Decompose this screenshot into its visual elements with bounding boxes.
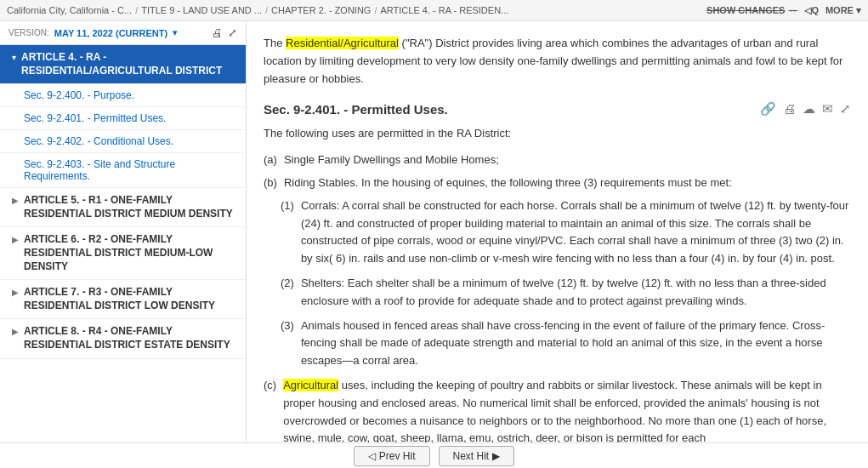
sidebar-subitem-403[interactable]: Sec. 9-2.403. - Site and Structure Requi… — [0, 153, 246, 188]
section-header: Sec. 9-2.401. - Permitted Uses. 🔗 🖨 ☁ ✉ … — [264, 101, 851, 117]
changes-icon: ↔ — [788, 5, 797, 15]
sidebar: VERSION: MAY 11, 2022 (CURRENT) ▾ 🖨 ⤢ ▾ … — [0, 21, 247, 468]
sub-list-item-2: (2) Shelters: Each shelter shall be a mi… — [281, 275, 851, 311]
article5-toggle: ▶ — [12, 196, 19, 205]
next-hit-button[interactable]: Next Hit ▶ — [439, 446, 514, 466]
version-bar: VERSION: MAY 11, 2022 (CURRENT) ▾ 🖨 ⤢ — [0, 21, 246, 45]
article8-toggle: ▶ — [12, 327, 19, 336]
sub-item-3-label: (3) — [281, 317, 294, 370]
expand-icon[interactable]: ⤢ — [228, 26, 237, 39]
bottom-nav: ◁ Prev Hit Next Hit ▶ — [0, 442, 868, 468]
main-layout: VERSION: MAY 11, 2022 (CURRENT) ▾ 🖨 ⤢ ▾ … — [0, 21, 868, 468]
print-section-icon[interactable]: 🖨 — [783, 101, 796, 117]
list-item-c: (c) Agricultural uses, including the kee… — [264, 377, 851, 448]
breadcrumb-item-2[interactable]: TITLE 9 - LAND USE AND ... — [141, 5, 262, 15]
article8-label: ARTICLE 8. - R4 - ONE-FAMILY RESIDENTIAL… — [24, 325, 237, 351]
highlight-residential-agricultural: Residential/Agricultural — [286, 37, 399, 49]
version-label: VERSION: — [9, 28, 49, 37]
section-intro: The following uses are permitted in the … — [264, 125, 851, 143]
sub-list-item-1: (1) Corrals: A corral shall be construct… — [281, 197, 851, 268]
show-changes-button[interactable]: SHOW CHANGES ↔ — [706, 5, 797, 15]
article7-label: ARTICLE 7. - R3 - ONE-FAMILY RESIDENTIAL… — [24, 286, 237, 312]
cloud-icon[interactable]: ☁ — [803, 101, 815, 117]
more-button[interactable]: MORE ▾ — [825, 5, 861, 16]
article7-toggle: ▶ — [12, 288, 19, 297]
section-body: The following uses are permitted in the … — [264, 125, 851, 448]
sub-list-b: (1) Corrals: A corral shall be construct… — [281, 197, 851, 370]
sidebar-item-article4[interactable]: ▾ ARTICLE 4. - RA - RESIDENTIAL/AGRICULT… — [0, 45, 246, 84]
breadcrumb-item-1[interactable]: California City, California - C... — [7, 5, 132, 15]
version-date[interactable]: MAY 11, 2022 (CURRENT) — [54, 28, 167, 38]
show-changes-label: SHOW CHANGES — [706, 5, 785, 15]
breadcrumb-item-4[interactable]: ARTICLE 4. - RA - RESIDEN... — [380, 5, 508, 15]
sidebar-subitem-401[interactable]: Sec. 9-2.401. - Permitted Uses. — [0, 107, 246, 130]
print-icon[interactable]: 🖨 — [212, 26, 223, 39]
sub-item-1-text: Corrals: A corral shall be constructed f… — [301, 197, 851, 268]
item-a-text: Single Family Dwellings and Mobile Homes… — [284, 151, 499, 169]
article5-label: ARTICLE 5. - R1 - ONE-FAMILY RESIDENTIAL… — [24, 194, 237, 220]
breadcrumb-actions: SHOW CHANGES ↔ ◁Q MORE ▾ — [706, 5, 861, 16]
article6-toggle: ▶ — [12, 235, 19, 244]
item-c-label: (c) — [264, 377, 276, 448]
article6-label: ARTICLE 6. - R2 - ONE-FAMILY RESIDENTIAL… — [24, 233, 237, 273]
email-icon[interactable]: ✉ — [822, 101, 833, 117]
breadcrumb-bar: California City, California - C... / TIT… — [0, 0, 868, 21]
sub-list-item-3: (3) Animals housed in fenced areas shall… — [281, 317, 851, 370]
section-title: Sec. 9-2.401. - Permitted Uses. — [264, 102, 448, 117]
article4-label: ARTICLE 4. - RA - RESIDENTIAL/AGRICULTUR… — [21, 51, 237, 77]
sub-item-2-label: (2) — [281, 275, 294, 311]
version-actions: 🖨 ⤢ — [212, 26, 237, 39]
highlight-agricultural: Agricultural — [283, 379, 338, 391]
section-icons: 🔗 🖨 ☁ ✉ ⤢ — [760, 101, 851, 117]
sidebar-item-article5[interactable]: ▶ ARTICLE 5. - R1 - ONE-FAMILY RESIDENTI… — [0, 188, 246, 227]
expand-section-icon[interactable]: ⤢ — [840, 101, 851, 117]
list-item-b: (b) Riding Stables. In the housing of eq… — [264, 174, 851, 192]
prev-hit-button[interactable]: ◁ Prev Hit — [354, 446, 429, 466]
breadcrumb-sep-3: / — [374, 5, 377, 15]
breadcrumb-sep-1: / — [135, 5, 138, 15]
sub-item-1-label: (1) — [281, 197, 294, 268]
search-icon: ◁Q — [804, 5, 819, 16]
item-c-text: Agricultural uses, including the keeping… — [283, 377, 851, 448]
sidebar-item-article8[interactable]: ▶ ARTICLE 8. - R4 - ONE-FAMILY RESIDENTI… — [0, 319, 246, 358]
breadcrumb-item-3[interactable]: CHAPTER 2. - ZONING — [271, 5, 371, 15]
item-b-label: (b) — [264, 174, 277, 192]
link-icon[interactable]: 🔗 — [760, 101, 776, 117]
article4-toggle: ▾ — [12, 53, 16, 62]
sidebar-subitem-400[interactable]: Sec. 9-2.400. - Purpose. — [0, 84, 246, 107]
content-intro: The Residential/Agricultural ("RA") Dist… — [264, 35, 851, 88]
sidebar-item-article7[interactable]: ▶ ARTICLE 7. - R3 - ONE-FAMILY RESIDENTI… — [0, 280, 246, 319]
sub-item-2-text: Shelters: Each shelter shall be a minimu… — [301, 275, 851, 311]
sidebar-subitem-402[interactable]: Sec. 9-2.402. - Conditional Uses. — [0, 130, 246, 153]
breadcrumb-sep-2: / — [265, 5, 268, 15]
list-item-a: (a) Single Family Dwellings and Mobile H… — [264, 151, 851, 169]
version-arrow[interactable]: ▾ — [173, 27, 178, 38]
more-label: MORE ▾ — [825, 5, 861, 16]
item-b-text: Riding Stables. In the housing of equine… — [284, 174, 732, 192]
content-area: The Residential/Agricultural ("RA") Dist… — [247, 21, 868, 468]
sidebar-item-article6[interactable]: ▶ ARTICLE 6. - R2 - ONE-FAMILY RESIDENTI… — [0, 227, 246, 280]
search-button[interactable]: ◁Q — [804, 5, 819, 16]
sub-item-3-text: Animals housed in fenced areas shall hav… — [301, 317, 851, 370]
item-a-label: (a) — [264, 151, 277, 169]
